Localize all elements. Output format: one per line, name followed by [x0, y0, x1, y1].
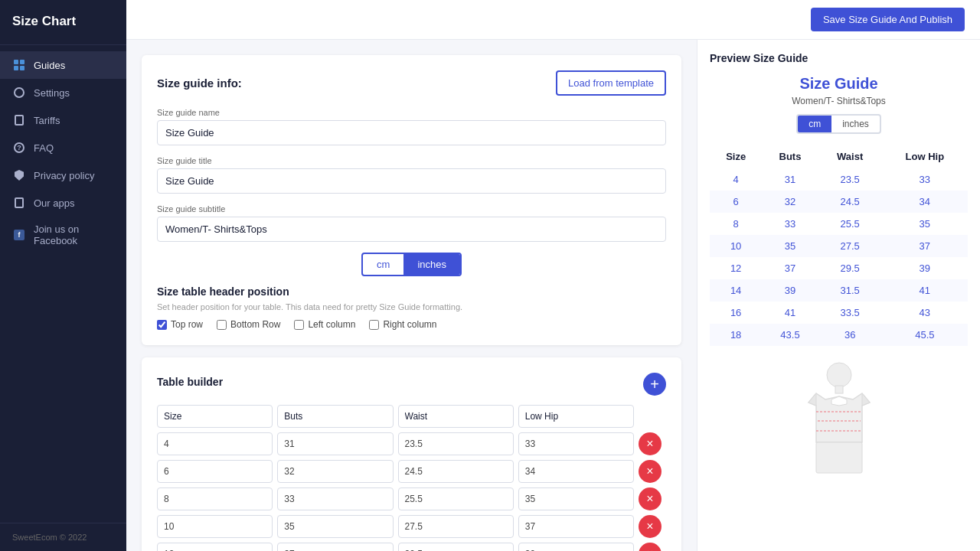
bag-icon: [12, 196, 26, 210]
add-column-button[interactable]: +: [643, 373, 666, 396]
sidebar-item-faq[interactable]: ? FAQ: [0, 134, 126, 161]
checkbox-right-col-input[interactable]: [369, 320, 379, 330]
cell-r0-c2[interactable]: [398, 432, 514, 455]
checkbox-right-col[interactable]: Right column: [369, 319, 436, 330]
delete-row-4-button[interactable]: ×: [639, 543, 662, 551]
mannequin-illustration: [793, 358, 885, 481]
preview-cell-r4-c1: 37: [762, 257, 818, 279]
cell-r1-c0[interactable]: [157, 460, 273, 483]
col-header-buts[interactable]: [277, 405, 393, 428]
cell-r0-c3[interactable]: [518, 432, 634, 455]
table-builder-title: Table builder: [157, 376, 223, 388]
preview-cell-r6-c2: 33.5: [818, 302, 882, 324]
preview-cell-r3-c3: 37: [882, 235, 968, 257]
cell-r1-c1[interactable]: [277, 460, 393, 483]
sidebar-item-privacy[interactable]: Privacy policy: [0, 161, 126, 189]
preview-cell-r3-c0: 10: [710, 235, 762, 257]
table-builder-card: Table builder +: [142, 357, 681, 551]
checkbox-top-row[interactable]: Top row: [157, 319, 203, 330]
sidebar-item-guides[interactable]: Guides: [0, 51, 126, 79]
checkbox-left-col-input[interactable]: [294, 320, 304, 330]
header-position-section: Size table header position Set header po…: [157, 285, 666, 330]
cell-r0-c1[interactable]: [277, 432, 393, 455]
title-group: Size guide title: [157, 156, 666, 194]
table-row: ×: [157, 515, 666, 538]
checkbox-top-row-input[interactable]: [157, 320, 167, 330]
cell-r2-c2[interactable]: [398, 487, 514, 510]
sidebar-item-apps[interactable]: Our apps: [0, 189, 126, 217]
preview-guide-subtitle: Women/T- Shirts&Tops: [710, 96, 968, 106]
header-position-options: Top row Bottom Row Left column Righ: [157, 319, 666, 330]
preview-unit-inches-button[interactable]: inches: [831, 116, 880, 132]
preview-table-row: 164133.543: [710, 302, 968, 324]
sidebar-footer: SweetEcom © 2022: [0, 523, 126, 551]
preview-cell-r2-c2: 25.5: [818, 213, 882, 235]
cell-r2-c1[interactable]: [277, 487, 393, 510]
cell-r3-c2[interactable]: [398, 515, 514, 538]
cell-r4-c0[interactable]: [157, 543, 273, 551]
delete-row-0-button[interactable]: ×: [639, 432, 662, 455]
col-header-size[interactable]: [157, 405, 273, 428]
preview-cell-r4-c0: 12: [710, 257, 762, 279]
header-delete-placeholder: [639, 405, 666, 428]
name-input[interactable]: [157, 120, 666, 145]
preview-cell-r1-c2: 24.5: [818, 191, 882, 213]
unit-toggle: cm inches: [361, 253, 462, 276]
unit-inches-button[interactable]: inches: [403, 254, 460, 275]
preview-unit-cm-button[interactable]: cm: [798, 116, 831, 132]
cell-r3-c3[interactable]: [518, 515, 634, 538]
cell-r2-c0[interactable]: [157, 487, 273, 510]
cell-r2-c3[interactable]: [518, 487, 634, 510]
preview-cell-r1-c0: 6: [710, 191, 762, 213]
cell-r4-c2[interactable]: [398, 543, 514, 551]
cell-r4-c1[interactable]: [277, 543, 393, 551]
cell-r1-c3[interactable]: [518, 460, 634, 483]
checkbox-top-row-label: Top row: [171, 319, 203, 330]
unit-cm-button[interactable]: cm: [363, 254, 403, 275]
preview-table-row: 83325.535: [710, 213, 968, 235]
delete-row-3-button[interactable]: ×: [639, 515, 662, 538]
preview-cell-r1-c3: 34: [882, 191, 968, 213]
table-row: ×: [157, 432, 666, 455]
sidebar-label-tariffs: Tariffs: [34, 115, 60, 126]
subtitle-input[interactable]: [157, 217, 666, 242]
sidebar-item-facebook[interactable]: f Join us on Facebook: [0, 217, 126, 253]
preview-table: Size Buts Waist Low Hip 43123.53363224.5…: [710, 145, 968, 346]
cell-r1-c2[interactable]: [398, 460, 514, 483]
checkbox-left-col[interactable]: Left column: [294, 319, 355, 330]
card-header: Size guide info: Load from template: [157, 70, 666, 96]
delete-row-2-button[interactable]: ×: [639, 487, 662, 510]
save-publish-button[interactable]: Save Size Guide And Publish: [811, 8, 965, 31]
subtitle-label: Size guide subtitle: [157, 204, 666, 214]
preview-cell-r7-c3: 45.5: [882, 324, 968, 346]
col-header-lowhip[interactable]: [518, 405, 634, 428]
preview-cell-r7-c0: 18: [710, 324, 762, 346]
name-group: Size guide name: [157, 108, 666, 145]
svg-rect-5: [816, 442, 862, 473]
preview-cell-r5-c3: 41: [882, 279, 968, 302]
sidebar-nav: Guides Settings Tariffs ? FAQ Privacy po…: [0, 45, 126, 523]
col-header-waist[interactable]: [398, 405, 514, 428]
cell-r3-c1[interactable]: [277, 515, 393, 538]
faq-icon: ?: [12, 141, 26, 155]
sidebar-label-privacy: Privacy policy: [34, 170, 94, 181]
sidebar-item-tariffs[interactable]: Tariffs: [0, 106, 126, 134]
shield-icon: [12, 168, 26, 182]
delete-row-1-button[interactable]: ×: [639, 460, 662, 483]
grid-icon: [12, 58, 26, 72]
cell-r4-c3[interactable]: [518, 543, 634, 551]
table-header-row: [157, 405, 666, 428]
preview-cell-r0-c0: 4: [710, 168, 762, 191]
checkbox-bottom-row-input[interactable]: [217, 320, 227, 330]
preview-table-row: 1843.53645.5: [710, 324, 968, 346]
mannequin-container: [710, 358, 968, 481]
sidebar-item-settings[interactable]: Settings: [0, 79, 126, 106]
cell-r3-c0[interactable]: [157, 515, 273, 538]
title-input[interactable]: [157, 168, 666, 194]
title-label: Size guide title: [157, 156, 666, 165]
preview-cell-r5-c0: 14: [710, 279, 762, 302]
checkbox-bottom-row[interactable]: Bottom Row: [217, 319, 280, 330]
cell-r0-c0[interactable]: [157, 432, 273, 455]
sidebar-label-faq: FAQ: [34, 142, 54, 154]
load-template-button[interactable]: Load from template: [556, 70, 666, 96]
